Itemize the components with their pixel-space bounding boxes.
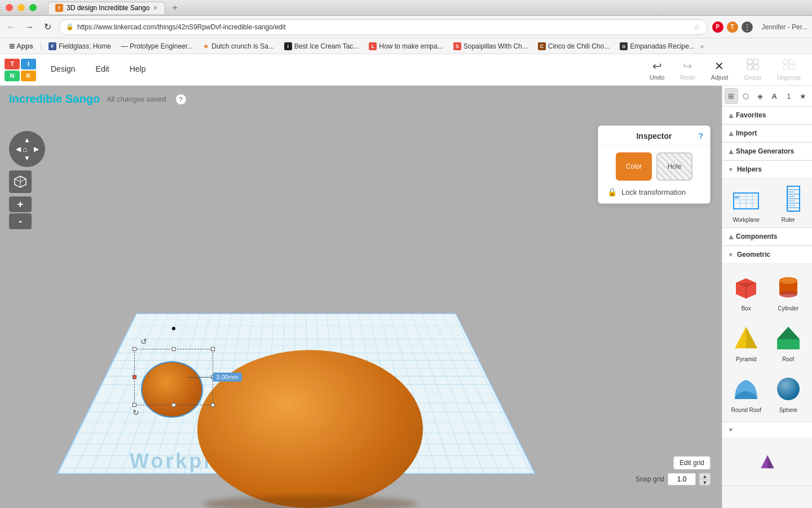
user-menu[interactable]: Jennifer - Per... <box>762 23 807 31</box>
cylinder-label: Cylinder <box>778 305 798 312</box>
project-title[interactable]: Incredible Sango <box>9 93 100 106</box>
nav-home[interactable]: ⌂ <box>23 144 32 154</box>
color-button[interactable]: Color <box>616 152 652 181</box>
helpers-content: W Workplane <box>722 178 812 227</box>
shape-cylinder[interactable]: Cylinder <box>769 268 808 316</box>
chili-bookmark[interactable]: C Cinco de Chili Cho... <box>533 41 614 51</box>
nav-down[interactable]: ▼ <box>23 154 32 163</box>
app-header: T I N K Design Edit Help ↩ Undo ↪ Redo <box>0 54 812 86</box>
view-tab-1[interactable]: 1 <box>782 88 796 104</box>
big-orange-shape[interactable] <box>197 350 423 508</box>
refresh-button[interactable]: ↻ <box>41 20 54 34</box>
svg-rect-1 <box>753 59 758 64</box>
components-header[interactable]: ▶ Components <box>722 228 812 246</box>
section-shape-generators: ▶ Shape Generators <box>722 143 812 161</box>
edit-grid-button[interactable]: Edit grid <box>673 456 710 470</box>
viewport[interactable]: Incredible Sango All changes saved ? ▲ ◀… <box>0 86 722 508</box>
logo-k: K <box>21 71 36 81</box>
pinterest-icon[interactable]: P <box>712 21 723 33</box>
snap-stepper[interactable]: ▲ ▼ <box>699 473 710 485</box>
import-header[interactable]: ▶ Import <box>722 125 812 142</box>
helpers-label: Helpers <box>737 165 762 173</box>
close-button[interactable] <box>6 4 13 11</box>
helpers-header[interactable]: ▼ Helpers <box>722 161 812 178</box>
tab-close-icon[interactable]: ✕ <box>153 5 158 12</box>
inspector-help[interactable]: ? <box>698 132 703 141</box>
nav-left[interactable]: ◀ <box>14 144 23 154</box>
view-cube[interactable] <box>9 170 32 193</box>
section-helpers: ▼ Helpers <box>722 161 812 228</box>
fieldglass-bookmark[interactable]: F Fieldglass: Home <box>44 41 116 51</box>
inspector-lock[interactable]: 🔒 Lock transformation <box>598 187 710 196</box>
hole-button[interactable]: Hole <box>656 152 692 181</box>
helper-ruler[interactable]: mm Ruler <box>769 183 808 223</box>
back-button[interactable]: ← <box>5 20 18 34</box>
snap-grid-input[interactable] <box>668 473 696 485</box>
sopaipillas-bookmark[interactable]: S Sopaipillas With Ch... <box>449 41 532 51</box>
extensions-icon[interactable]: ⋮ <box>742 21 753 33</box>
forward-button[interactable]: → <box>23 20 36 34</box>
logo-i: I <box>21 59 36 69</box>
tinkercad-logo[interactable]: T I N K <box>0 54 41 86</box>
nav-right[interactable]: ▶ <box>32 144 41 154</box>
address-bar[interactable]: 🔒 https://www.tinkercad.com/things/42nS9… <box>59 19 708 35</box>
dutch-crunch-bookmark[interactable]: ★ Dutch crunch is Sa... <box>198 41 279 51</box>
adjust-icon: ✕ <box>714 59 724 73</box>
nav-up[interactable]: ▲ <box>23 135 32 144</box>
os-titlebar: T 3D design Incredible Sango ✕ + <box>0 0 812 16</box>
shape-box[interactable]: Box <box>727 268 766 316</box>
bookmark-star-icon[interactable]: ☆ <box>693 23 700 32</box>
empanadas2-bookmark[interactable]: o Empanadas Recipe... <box>615 41 699 51</box>
zoom-in-button[interactable]: + <box>9 196 32 212</box>
nav-edit[interactable]: Edit <box>86 54 120 85</box>
group-button[interactable]: Group <box>737 56 768 83</box>
browser-tab[interactable]: T 3D design Incredible Sango ✕ <box>48 2 165 14</box>
pyramid-thumb <box>730 322 762 354</box>
sphere-label: Sphere <box>779 407 797 414</box>
shape-round-roof[interactable]: Round Roof <box>727 370 766 417</box>
shape-partial[interactable] <box>749 443 785 481</box>
snap-up[interactable]: ▲ <box>700 474 710 480</box>
undo-button[interactable]: ↩ Undo <box>643 57 671 83</box>
svg-marker-38 <box>767 455 774 468</box>
shape-sphere[interactable]: Sphere <box>769 370 808 417</box>
components-label: Components <box>736 233 777 240</box>
tinkercad-ext-icon[interactable]: T <box>727 21 738 33</box>
nav-arrows: ▲ ◀ ⌂ ▶ ▼ <box>14 135 41 163</box>
shape-pyramid[interactable]: Pyramid <box>727 319 766 366</box>
helper-workplane[interactable]: W Workplane <box>727 183 766 223</box>
apps-bookmark[interactable]: ⊞ Apps <box>5 41 38 51</box>
dutch-crunch-star: ★ <box>203 42 209 50</box>
shape-roof[interactable]: Roof <box>769 319 808 366</box>
adjust-button[interactable]: ✕ Adjust <box>704 57 735 83</box>
view-tab-star[interactable]: ★ <box>797 88 810 104</box>
redo-button[interactable]: ↪ Redo <box>673 57 701 83</box>
view-tab-grid[interactable]: ⊞ <box>725 88 738 104</box>
empanadas-bookmark[interactable]: L How to make empa... <box>364 41 447 51</box>
zoom-out-button[interactable]: - <box>9 213 32 229</box>
more-bookmarks[interactable]: » <box>700 43 704 50</box>
view-tab-diamond[interactable]: ◈ <box>753 88 767 104</box>
help-button[interactable]: ? <box>175 94 187 105</box>
ungroup-button[interactable]: Ungroup <box>770 56 807 83</box>
view-tab-A[interactable]: A <box>768 88 782 104</box>
small-orange-shape[interactable] <box>141 361 203 418</box>
nav-help[interactable]: Help <box>120 54 156 85</box>
geometric-header[interactable]: ▼ Geometric <box>722 246 812 264</box>
favorites-header[interactable]: ▶ Favorites <box>722 107 812 124</box>
snap-down[interactable]: ▼ <box>700 480 710 485</box>
prototype-bookmark[interactable]: — Prototype Engineer... <box>117 41 197 51</box>
helpers-expand-icon: ▼ <box>728 167 734 173</box>
more-header[interactable]: ▼ <box>722 422 812 438</box>
maximize-button[interactable] <box>29 4 37 11</box>
svg-rect-6 <box>783 65 788 69</box>
minimize-button[interactable] <box>17 4 25 11</box>
round-roof-thumb <box>730 373 762 405</box>
new-tab-button[interactable]: + <box>172 3 177 13</box>
shape-generators-header[interactable]: ▶ Shape Generators <box>722 143 812 160</box>
view-tab-hex[interactable]: ⬡ <box>739 88 753 104</box>
fieldglass-icon: F <box>48 42 56 50</box>
svg-point-36 <box>777 378 800 400</box>
nav-design[interactable]: Design <box>41 54 86 85</box>
icecream-bookmark[interactable]: i Best Ice Cream Tac... <box>280 41 364 51</box>
